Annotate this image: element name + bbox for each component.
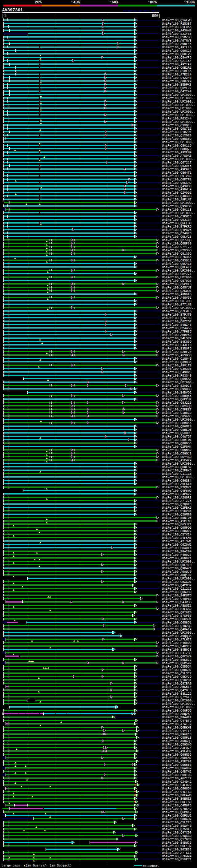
svg-text:UniRef100_UPI000..: UniRef100_UPI000.. — [162, 158, 195, 161]
svg-text:UniRef100_B4LCS2: UniRef100_B4LCS2 — [162, 608, 192, 611]
svg-text:UniRef100_B0EIS0: UniRef100_B0EIS0 — [162, 801, 192, 804]
svg-text:UniRef100_UPI000..: UniRef100_UPI000.. — [162, 381, 195, 384]
svg-text:UniRef100_Q1XGE0: UniRef100_Q1XGE0 — [162, 134, 192, 137]
svg-text:UniRef100_O65851: UniRef100_O65851 — [162, 621, 192, 624]
svg-text:UniRef100_P49026: UniRef100_P49026 — [162, 371, 192, 374]
svg-text:UniRef100_Q2I164: UniRef100_Q2I164 — [162, 59, 192, 63]
svg-text:UniRef100_UPI000..: UniRef100_UPI000.. — [162, 269, 195, 273]
svg-text:UniRef100_B8MBK5: UniRef100_B8MBK5 — [162, 422, 192, 425]
svg-text:UniRef100_C3XQF5: UniRef100_C3XQF5 — [162, 124, 192, 127]
svg-text:UniRef100_Q40403: UniRef100_Q40403 — [162, 195, 192, 198]
svg-text:UniRef100_A2Q9R8: UniRef100_A2Q9R8 — [162, 496, 192, 499]
svg-text:UniRef100_Q1WLW3: UniRef100_Q1WLW3 — [162, 19, 192, 22]
svg-text:UniRef100_C1MZG8: UniRef100_C1MZG8 — [162, 36, 192, 39]
svg-text:UniRef100_C5GGJ3: UniRef100_C5GGJ3 — [162, 452, 192, 456]
svg-text:600|: 600| — [152, 14, 161, 18]
svg-text:UniRef100_A9P1N7: UniRef100_A9P1N7 — [162, 198, 192, 202]
svg-text:UniRef100_B4IZB0: UniRef100_B4IZB0 — [162, 652, 192, 655]
svg-text:UniRef100_O42248: UniRef100_O42248 — [162, 76, 192, 80]
svg-text:UniRef100_B0WV40: UniRef100_B0WV40 — [162, 824, 192, 828]
svg-text:UniRef100_Q29MB0: UniRef100_Q29MB0 — [162, 513, 192, 516]
svg-text:UniRef100_B7FKR5: UniRef100_B7FKR5 — [162, 225, 192, 228]
svg-text:UniRef100_A7LH77: UniRef100_A7LH77 — [162, 638, 192, 641]
svg-text:UniRef100_Q179P0: UniRef100_Q179P0 — [162, 838, 192, 841]
svg-text:UniRef100_UPI000..: UniRef100_UPI000.. — [162, 560, 195, 563]
svg-text:UniRef100_UPI000..: UniRef100_UPI000.. — [162, 120, 195, 124]
svg-text:UniRef100_C0Z2G7: UniRef100_C0Z2G7 — [162, 320, 192, 323]
svg-text:UniRef100_Q9W7I1: UniRef100_Q9W7I1 — [162, 127, 192, 130]
svg-text:UniRef100_A5E792: UniRef100_A5E792 — [162, 760, 192, 763]
svg-text:UniRef100_P25387: UniRef100_P25387 — [162, 22, 192, 26]
svg-text:UniRef100_B0X0Y1: UniRef100_B0X0Y1 — [162, 547, 192, 550]
svg-text:UniRef100_UPI000..: UniRef100_UPI000.. — [162, 706, 195, 709]
svg-text:UniRef100_C4YTI4: UniRef100_C4YTI4 — [162, 730, 192, 733]
svg-text:UniRef100_Q6BKH8: UniRef100_Q6BKH8 — [162, 726, 192, 730]
svg-text:UniRef100_A9BKM7: UniRef100_A9BKM7 — [162, 756, 192, 760]
svg-text:UniRef100_A9TNV3: UniRef100_A9TNV3 — [162, 39, 192, 42]
svg-text:UniRef100_B7G365: UniRef100_B7G365 — [162, 255, 192, 259]
svg-text:UniRef100_Q2GUD1: UniRef100_Q2GUD1 — [162, 289, 192, 293]
svg-text:UniRef100_B0ENZ3: UniRef100_B0ENZ3 — [162, 797, 192, 801]
svg-text:UniRef100_Q7YST8: UniRef100_Q7YST8 — [162, 695, 192, 699]
svg-text:UniRef100_UPI000..: UniRef100_UPI000.. — [162, 100, 195, 103]
svg-text:~40%: ~40% — [71, 0, 80, 5]
svg-text:UniRef100_Q7RS49: UniRef100_Q7RS49 — [162, 807, 192, 811]
svg-text:~80%: ~80% — [148, 0, 157, 5]
svg-text:UniRef100_A9P926: UniRef100_A9P926 — [162, 168, 192, 171]
svg-text:UniRef100_P93340: UniRef100_P93340 — [162, 374, 192, 377]
svg-text:UniRef100_B8AWF2: UniRef100_B8AWF2 — [162, 716, 192, 719]
svg-text:UniRef100_Q4Y0J3: UniRef100_Q4Y0J3 — [162, 689, 192, 692]
svg-text:UniRef100_Q6PPH2: UniRef100_Q6PPH2 — [162, 398, 192, 401]
svg-text:UniRef100_UPI000..: UniRef100_UPI000.. — [162, 631, 195, 634]
svg-text:UniRef100_A7TSL1: UniRef100_A7TSL1 — [162, 851, 192, 855]
svg-text:UniRef100_B9WK13: UniRef100_B9WK13 — [162, 733, 192, 736]
svg-text:UniRef100_Q08G56: UniRef100_Q08G56 — [162, 442, 192, 445]
svg-text:UniRef100_C5XGU1: UniRef100_C5XGU1 — [162, 581, 192, 584]
svg-text:UniRef100_C4LU92: UniRef100_C4LU92 — [162, 784, 192, 787]
svg-text:UniRef100_Q7Q0T5: UniRef100_Q7Q0T5 — [162, 503, 192, 506]
svg-text:UniRef100_B3L122: UniRef100_B3L122 — [162, 692, 192, 695]
svg-text:UniRef100_Q9U4Y2: UniRef100_Q9U4Y2 — [162, 567, 192, 570]
svg-text:UniRef100_UPI000..: UniRef100_UPI000.. — [162, 110, 195, 114]
svg-text:UniRef100_UPI000..: UniRef100_UPI000.. — [162, 702, 195, 706]
svg-text:UniRef100_A9QQB5: UniRef100_A9QQB5 — [162, 634, 192, 638]
svg-text:UniRef100_UPI000..: UniRef100_UPI000.. — [162, 418, 195, 422]
svg-text:UniRef100_A5K5I4: UniRef100_A5K5I4 — [162, 685, 192, 689]
svg-text:UniRef100_B8NT05: UniRef100_B8NT05 — [162, 516, 192, 520]
svg-text:UniRef100_Q6Y217: UniRef100_Q6Y217 — [162, 161, 192, 164]
svg-text:UniRef100_A5BV59: UniRef100_A5BV59 — [162, 334, 192, 337]
svg-text:UniRef100_C4QXC0: UniRef100_C4QXC0 — [162, 834, 192, 838]
svg-text:~100%: ~100% — [184, 0, 195, 5]
svg-text:UniRef100_A2I3W1: UniRef100_A2I3W1 — [162, 540, 192, 543]
svg-text:UniRef100_P46800: UniRef100_P46800 — [162, 641, 192, 645]
svg-text:UniRef100_C1H819: UniRef100_C1H819 — [162, 411, 192, 415]
svg-text:UniRef100_Q6VEJ7: UniRef100_Q6VEJ7 — [162, 87, 192, 90]
svg-text:20%: 20% — [35, 0, 41, 5]
svg-text:UniRef100_C5PCX6: UniRef100_C5PCX6 — [162, 283, 192, 286]
svg-text:UniRef100_A9V1T8: UniRef100_A9V1T8 — [162, 364, 192, 367]
svg-text:UniRef100_Q60FS2: UniRef100_Q60FS2 — [162, 466, 192, 469]
svg-text:UniRef100_Q6CNI7: UniRef100_Q6CNI7 — [162, 811, 192, 814]
svg-text:UniRef100_B3RW27: UniRef100_B3RW27 — [162, 530, 192, 533]
svg-text:UniRef100_C7YT79: UniRef100_C7YT79 — [162, 245, 192, 249]
svg-text:UniRef100_Q2FBK6: UniRef100_Q2FBK6 — [162, 469, 192, 472]
svg-text:=100char.: =100char. — [143, 865, 159, 868]
svg-text:UniRef100_Q00X27: UniRef100_Q00X27 — [162, 49, 192, 53]
svg-text:UniRef100_B4DVD2: UniRef100_B4DVD2 — [162, 391, 192, 395]
svg-text:UniRef100_C4YBT9: UniRef100_C4YBT9 — [162, 719, 192, 723]
svg-text:UniRef100_C6ZQW2: UniRef100_C6ZQW2 — [162, 543, 192, 547]
svg-text:UniRef100_C4PG27: UniRef100_C4PG27 — [162, 493, 192, 496]
svg-text:UniRef100_A4QV51: UniRef100_A4QV51 — [162, 296, 192, 300]
svg-text:UniRef100_C4JRS6: UniRef100_C4JRS6 — [162, 601, 192, 604]
svg-text:UniRef100_A6SBS3: UniRef100_A6SBS3 — [162, 354, 192, 357]
svg-text:UniRef100_C8YZ71: UniRef100_C8YZ71 — [162, 273, 192, 276]
svg-text:UniRef100_UPI000..: UniRef100_UPI000.. — [162, 699, 195, 702]
svg-text:UniRef100_Q39336: UniRef100_Q39336 — [162, 367, 192, 371]
svg-text:UniRef100_B4KUT6: UniRef100_B4KUT6 — [162, 594, 192, 597]
svg-text:UniRef100_UPI000..: UniRef100_UPI000.. — [162, 306, 195, 310]
svg-text:UniRef100_Q4DTN2: UniRef100_Q4DTN2 — [162, 770, 192, 773]
svg-text:UniRef100_A7ATJ9: UniRef100_A7ATJ9 — [162, 723, 192, 726]
svg-text:UniRef100_Q24D42: UniRef100_Q24D42 — [162, 780, 192, 784]
svg-text:UniRef100_O96653: UniRef100_O96653 — [162, 763, 192, 767]
svg-text:UniRef100_B2ADC3: UniRef100_B2ADC3 — [162, 384, 192, 388]
